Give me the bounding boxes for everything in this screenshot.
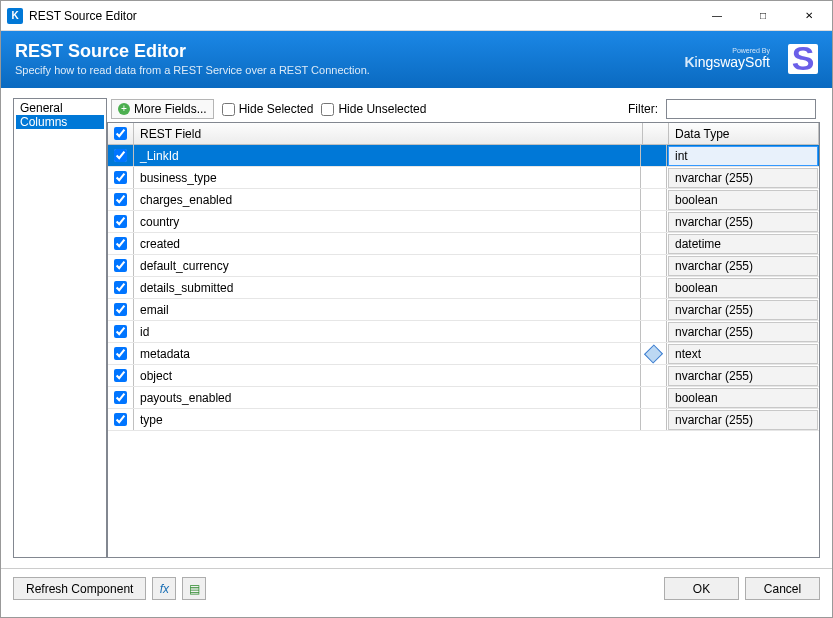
row-checkbox[interactable] <box>114 149 127 162</box>
maximize-button[interactable]: □ <box>740 1 786 31</box>
row-field-name: created <box>134 233 641 254</box>
grid-header: REST Field Data Type <box>108 123 819 145</box>
table-row[interactable]: payouts_enabledboolean <box>108 387 819 409</box>
table-row[interactable]: emailnvarchar (255) <box>108 299 819 321</box>
minimize-button[interactable]: — <box>694 1 740 31</box>
object-icon <box>644 344 663 363</box>
table-row[interactable]: createddatetime <box>108 233 819 255</box>
columns-grid: REST Field Data Type _LinkIdintbusiness_… <box>107 122 820 558</box>
row-checkbox[interactable] <box>114 413 127 426</box>
row-field-name: object <box>134 365 641 386</box>
row-type-icon <box>641 387 667 408</box>
filter-input[interactable] <box>666 99 816 119</box>
row-field-name: business_type <box>134 167 641 188</box>
row-data-type[interactable]: nvarchar (255) <box>668 212 818 232</box>
row-field-name: payouts_enabled <box>134 387 641 408</box>
row-type-icon <box>641 145 667 166</box>
window-title: REST Source Editor <box>29 9 694 23</box>
row-field-name: id <box>134 321 641 342</box>
row-data-type[interactable]: nvarchar (255) <box>668 410 818 430</box>
row-field-name: country <box>134 211 641 232</box>
row-type-icon <box>641 299 667 320</box>
header-icon-col <box>643 123 669 144</box>
hide-unselected-input[interactable] <box>321 103 334 116</box>
table-row[interactable]: idnvarchar (255) <box>108 321 819 343</box>
titlebar: K REST Source Editor — □ ✕ <box>1 1 832 31</box>
row-checkbox[interactable] <box>114 171 127 184</box>
row-checkbox[interactable] <box>114 369 127 382</box>
refresh-component-button[interactable]: Refresh Component <box>13 577 146 600</box>
row-type-icon <box>641 321 667 342</box>
table-row[interactable]: default_currencynvarchar (255) <box>108 255 819 277</box>
stripe-logo: S <box>788 44 818 74</box>
app-icon: K <box>7 8 23 24</box>
page-subtitle: Specify how to read data from a REST Ser… <box>15 64 370 76</box>
row-data-type[interactable]: boolean <box>668 190 818 210</box>
table-row[interactable]: metadatantext <box>108 343 819 365</box>
row-type-icon <box>641 233 667 254</box>
table-row[interactable]: typenvarchar (255) <box>108 409 819 431</box>
row-checkbox[interactable] <box>114 237 127 250</box>
row-type-icon <box>641 211 667 232</box>
more-fields-button[interactable]: + More Fields... <box>111 99 214 119</box>
row-data-type[interactable]: nvarchar (255) <box>668 256 818 276</box>
table-row[interactable]: business_typenvarchar (255) <box>108 167 819 189</box>
row-checkbox[interactable] <box>114 215 127 228</box>
row-data-type[interactable]: nvarchar (255) <box>668 366 818 386</box>
row-field-name: charges_enabled <box>134 189 641 210</box>
kingswaysoft-logo: Powered By KingswaySoft <box>684 47 770 70</box>
more-fields-label: More Fields... <box>134 102 207 116</box>
row-data-type[interactable]: ntext <box>668 344 818 364</box>
row-checkbox[interactable] <box>114 303 127 316</box>
row-checkbox[interactable] <box>114 259 127 272</box>
table-row[interactable]: objectnvarchar (255) <box>108 365 819 387</box>
row-checkbox[interactable] <box>114 347 127 360</box>
row-data-type[interactable]: nvarchar (255) <box>668 322 818 342</box>
row-field-name: email <box>134 299 641 320</box>
sidebar-item-columns[interactable]: Columns <box>16 115 104 129</box>
row-data-type[interactable]: datetime <box>668 234 818 254</box>
hide-selected-input[interactable] <box>222 103 235 116</box>
script-button[interactable]: ▤ <box>182 577 206 600</box>
row-field-name: type <box>134 409 641 430</box>
row-data-type[interactable]: boolean <box>668 278 818 298</box>
ok-button[interactable]: OK <box>664 577 739 600</box>
row-type-icon <box>641 409 667 430</box>
table-row[interactable]: charges_enabledboolean <box>108 189 819 211</box>
sidebar-item-general[interactable]: General <box>16 101 104 115</box>
row-type-icon <box>641 167 667 188</box>
hide-selected-checkbox[interactable]: Hide Selected <box>222 102 314 116</box>
row-type-icon <box>641 255 667 276</box>
header-rest-field[interactable]: REST Field <box>134 123 643 144</box>
page-title: REST Source Editor <box>15 41 370 62</box>
row-checkbox[interactable] <box>114 193 127 206</box>
side-tabs: GeneralColumns <box>13 98 107 558</box>
cancel-button[interactable]: Cancel <box>745 577 820 600</box>
row-type-icon <box>641 365 667 386</box>
table-row[interactable]: details_submittedboolean <box>108 277 819 299</box>
row-field-name: default_currency <box>134 255 641 276</box>
table-row[interactable]: _LinkIdint <box>108 145 819 167</box>
filter-label: Filter: <box>628 102 658 116</box>
close-button[interactable]: ✕ <box>786 1 832 31</box>
row-field-name: metadata <box>134 343 641 364</box>
plus-icon: + <box>118 103 130 115</box>
row-checkbox[interactable] <box>114 325 127 338</box>
row-field-name: details_submitted <box>134 277 641 298</box>
row-checkbox[interactable] <box>114 281 127 294</box>
header-check-all[interactable] <box>108 123 134 144</box>
header-banner: REST Source Editor Specify how to read d… <box>1 31 832 88</box>
hide-unselected-checkbox[interactable]: Hide Unselected <box>321 102 426 116</box>
header-data-type[interactable]: Data Type <box>669 123 819 144</box>
row-data-type[interactable]: nvarchar (255) <box>668 168 818 188</box>
row-type-icon <box>641 277 667 298</box>
footer: Refresh Component fx ▤ OK Cancel <box>1 568 832 608</box>
row-type-icon <box>641 189 667 210</box>
row-data-type[interactable]: int <box>668 146 818 166</box>
toolbar: + More Fields... Hide Selected Hide Unse… <box>107 98 820 120</box>
table-row[interactable]: countrynvarchar (255) <box>108 211 819 233</box>
expression-button[interactable]: fx <box>152 577 176 600</box>
row-data-type[interactable]: boolean <box>668 388 818 408</box>
row-checkbox[interactable] <box>114 391 127 404</box>
row-data-type[interactable]: nvarchar (255) <box>668 300 818 320</box>
